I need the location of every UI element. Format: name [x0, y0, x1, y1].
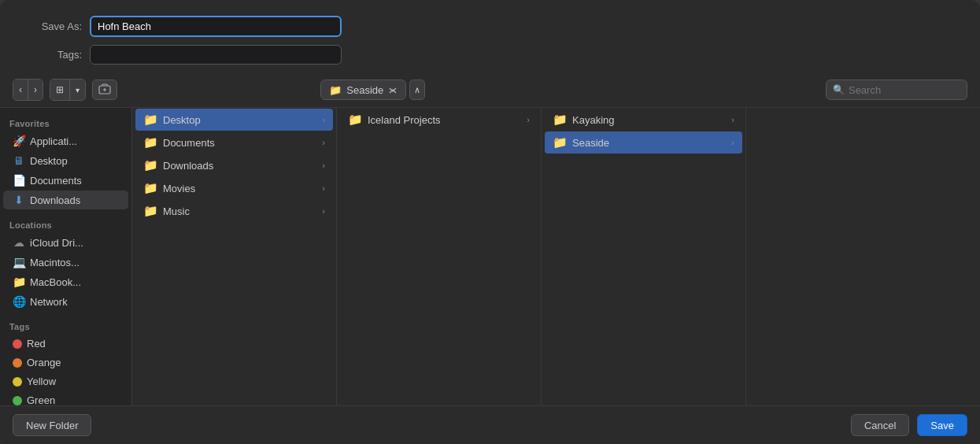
folder-icon: 📁 — [329, 84, 342, 96]
chevron-right-icon: › — [322, 206, 325, 216]
sidebar-item-applications[interactable]: 🚀 Applicati... — [3, 131, 128, 150]
save-button[interactable]: Save — [917, 414, 967, 436]
sidebar-item-downloads[interactable]: ⬇ Downloads — [3, 191, 128, 209]
tags-row: Tags: — [19, 45, 961, 65]
sidebar-item-label: iCloud Dri... — [30, 237, 83, 249]
documents-icon: 📄 — [13, 174, 25, 187]
red-tag-dot — [13, 339, 22, 349]
list-item[interactable]: 📁 Movies › — [135, 177, 333, 199]
list-item[interactable]: 📁 Kayaking › — [545, 109, 742, 131]
back-button[interactable]: ‹ — [13, 80, 28, 100]
folder-icon: 📁 — [348, 113, 363, 127]
favorites-section-label: Favorites — [0, 114, 131, 131]
expand-button[interactable]: ∧ — [409, 80, 425, 100]
orange-tag-dot — [13, 358, 22, 368]
new-folder-button[interactable]: New Folder — [13, 414, 91, 436]
save-as-input[interactable] — [90, 16, 342, 37]
list-item[interactable]: 📁 Iceland Projects › — [340, 109, 538, 131]
view-buttons: ⊞ ▾ — [50, 79, 86, 101]
applications-icon: 🚀 — [13, 135, 25, 147]
tag-label: Orange — [27, 357, 61, 368]
file-name: Movies — [163, 183, 195, 194]
forward-button[interactable]: › — [28, 80, 43, 100]
bottom-bar: New Folder Cancel Save — [0, 405, 980, 444]
chevron-right-icon: › — [731, 138, 734, 147]
sidebar-item-label: Applicati... — [30, 135, 77, 147]
sidebar-item-desktop[interactable]: 🖥 Desktop — [3, 151, 128, 170]
sidebar-item-icloud[interactable]: ☁ iCloud Dri... — [3, 233, 128, 252]
chevron-right-icon: › — [731, 115, 734, 124]
chevron-right-icon: › — [527, 115, 530, 124]
sidebar-item-label: MacBook... — [30, 276, 81, 288]
sidebar-item-network[interactable]: 🌐 Network — [3, 292, 128, 311]
chevron-right-icon: › — [322, 161, 325, 170]
toolbar: ‹ › ⊞ ▾ 📁 Seaside ∧ — [0, 72, 980, 108]
macintosh-icon: 💻 — [13, 256, 25, 268]
chevron-right-icon: › — [322, 183, 325, 193]
folder-icon: 📁 — [553, 135, 568, 150]
column-4-empty — [746, 108, 980, 405]
location-name: Seaside — [346, 84, 383, 96]
sidebar-item-tag-yellow[interactable]: Yellow — [3, 372, 128, 390]
list-item[interactable]: 📁 Downloads › — [135, 154, 333, 176]
green-tag-dot — [13, 396, 22, 405]
location-selector: 📁 Seaside ∧ — [320, 80, 425, 100]
folder-icon: 📁 — [143, 204, 158, 218]
folder-icon: 📁 — [143, 158, 158, 172]
search-input[interactable] — [849, 84, 959, 96]
sidebar-item-tag-red[interactable]: Red — [3, 335, 128, 353]
column-1: 📁 Desktop › 📁 Documents › 📁 Downloads — [132, 108, 337, 405]
column-3: 📁 Kayaking › 📁 Seaside › — [542, 108, 746, 405]
folder-icon: 📁 — [143, 113, 158, 127]
sidebar-item-label: Desktop — [30, 155, 68, 167]
file-name: Iceland Projects — [368, 114, 441, 126]
sidebar-item-label: Macintos... — [30, 257, 80, 268]
header-section: Save As: Tags: — [0, 0, 980, 72]
list-item[interactable]: 📁 Documents › — [135, 131, 333, 154]
sidebar-item-tag-orange[interactable]: Orange — [3, 353, 128, 372]
save-as-label: Save As: — [19, 20, 82, 32]
tags-section-label: Tags — [0, 317, 131, 334]
tags-label: Tags: — [19, 49, 82, 61]
file-name: Kayaking — [572, 114, 614, 126]
chevron-right-icon: › — [322, 115, 325, 124]
view-button[interactable]: ⊞ — [50, 80, 70, 100]
column-2: 📁 Iceland Projects › — [337, 108, 542, 405]
file-name: Desktop — [163, 114, 201, 126]
file-name: Downloads — [163, 160, 213, 172]
macbook-icon: 📁 — [13, 276, 25, 288]
search-box: 🔍 — [826, 80, 967, 100]
action-button[interactable] — [92, 80, 117, 100]
desktop-icon: 🖥 — [13, 154, 25, 167]
folder-icon: 📁 — [553, 113, 568, 127]
view-chevron-button[interactable]: ▾ — [70, 80, 85, 100]
dropdown-arrow-icon — [388, 85, 398, 94]
sidebar-item-label: Documents — [30, 175, 82, 187]
sidebar-item-macbook[interactable]: 📁 MacBook... — [3, 272, 128, 291]
list-item[interactable]: 📁 Music › — [135, 200, 333, 222]
file-name: Documents — [163, 137, 215, 149]
file-name: Music — [163, 205, 190, 217]
cancel-button[interactable]: Cancel — [851, 414, 909, 436]
location-dropdown[interactable]: 📁 Seaside — [320, 80, 406, 100]
search-icon: 🔍 — [833, 84, 845, 95]
yellow-tag-dot — [13, 377, 22, 387]
sidebar-item-macintosh[interactable]: 💻 Macintos... — [3, 253, 128, 272]
browser-area: 📁 Desktop › 📁 Documents › 📁 Downloads — [132, 108, 980, 405]
save-as-row: Save As: — [19, 16, 961, 37]
folder-icon: 📁 — [143, 135, 158, 150]
list-item[interactable]: 📁 Seaside › — [545, 131, 742, 154]
icloud-icon: ☁ — [13, 236, 25, 249]
list-item[interactable]: 📁 Desktop › — [135, 109, 333, 131]
tag-label: Red — [27, 338, 46, 350]
downloads-icon: ⬇ — [13, 194, 25, 206]
save-dialog: Save As: Tags: ‹ › ⊞ ▾ 📁 Seasi — [0, 0, 980, 444]
sidebar-item-documents[interactable]: 📄 Documents — [3, 171, 128, 190]
file-name: Seaside — [572, 137, 609, 149]
nav-buttons: ‹ › — [13, 79, 43, 101]
sidebar-item-tag-green[interactable]: Green — [3, 391, 128, 405]
network-icon: 🌐 — [13, 295, 25, 308]
action-icon — [98, 83, 111, 96]
tags-input[interactable] — [90, 45, 342, 65]
tag-label: Green — [27, 394, 55, 405]
